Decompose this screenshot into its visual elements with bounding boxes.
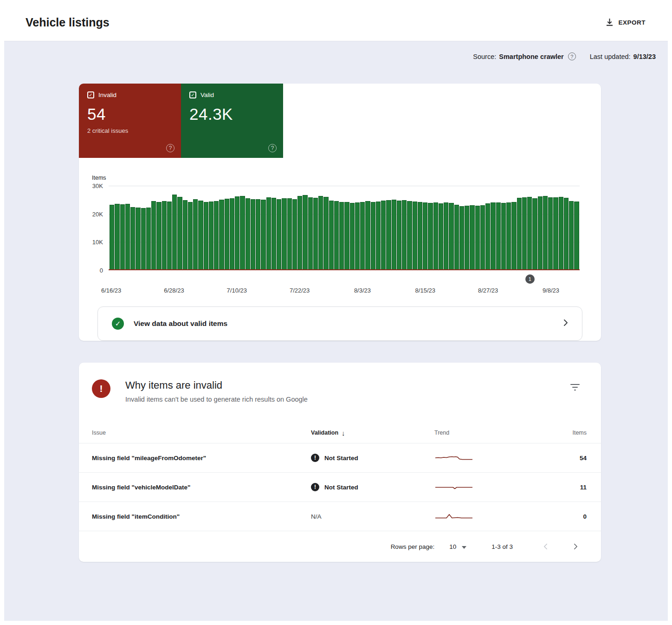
chart-bar[interactable] [433,202,438,270]
chart-bar[interactable] [329,201,334,270]
view-valid-items-button[interactable]: ✓ View data about valid items [97,306,582,341]
chart-bar[interactable] [120,204,125,270]
chart-bar[interactable] [496,202,501,270]
chart-bar[interactable] [235,196,239,270]
chart-bar[interactable] [402,200,407,270]
chart-bar[interactable] [454,205,459,270]
chart-bar[interactable] [418,202,422,270]
chart-bar[interactable] [146,208,151,270]
chart-bar[interactable] [365,201,370,270]
chart-annotation-marker[interactable]: 1 [525,274,535,284]
chart-bar[interactable] [271,198,276,270]
chart-bar[interactable] [574,202,579,270]
chart-bar[interactable] [167,202,172,270]
filter-icon[interactable] [568,381,582,396]
previous-page-button[interactable] [540,540,551,553]
chart-bar[interactable] [334,201,339,270]
chart-bar[interactable] [485,203,490,270]
chart-bar[interactable] [360,202,365,270]
chart-bar[interactable] [439,203,443,270]
chart-bar[interactable] [172,195,177,270]
chart-bar[interactable] [183,200,187,270]
chart-bar[interactable] [162,201,167,270]
invalid-checkbox[interactable]: ✓ [87,91,94,98]
chart-bar[interactable] [371,202,375,270]
chart-bar[interactable] [511,202,516,270]
valid-card[interactable]: ✓ Valid 24.3K ? [181,84,283,158]
invalid-help-icon[interactable]: ? [166,144,174,152]
header-validation-sort[interactable]: Validation ↓ [311,429,434,437]
chart-bar[interactable] [240,196,245,270]
chart-bar[interactable] [397,201,401,270]
chart-bar[interactable] [428,203,433,270]
chart-bar[interactable] [470,205,474,270]
chart-bar[interactable] [355,202,360,270]
issue-row-vehicleModelDate[interactable]: Missing field "vehicleModelDate" ! Not S… [79,472,601,501]
source-help-icon[interactable]: ? [568,52,576,60]
chart-bar[interactable] [313,198,318,270]
chart-bar[interactable] [303,195,307,270]
chart-bar[interactable] [177,197,182,270]
valid-help-icon[interactable]: ? [268,144,277,152]
chart-bar[interactable] [444,202,448,270]
chart-bar[interactable] [517,198,522,270]
chart-bar[interactable] [277,199,281,270]
chart-bar[interactable] [344,202,349,270]
chart-bar[interactable] [407,201,412,270]
chart-bar[interactable] [564,198,569,270]
chart-bar[interactable] [246,198,250,270]
chart-bar[interactable] [339,202,344,270]
chart-bar[interactable] [225,199,229,270]
chart-bar[interactable] [538,196,543,270]
chart-bar[interactable] [282,198,286,270]
chart-bar[interactable] [266,197,271,270]
chart-bar[interactable] [475,206,480,270]
chart-bar[interactable] [553,197,558,270]
chart-bar[interactable] [188,202,193,270]
chart-bar[interactable] [256,199,260,270]
chart-bar[interactable] [198,201,203,270]
chart-bar[interactable] [501,203,506,270]
chart-bar[interactable] [297,196,302,270]
chart-bar[interactable] [527,197,532,270]
chart-bar[interactable] [261,200,265,270]
chart-bar[interactable] [125,204,130,270]
chart-bar[interactable] [376,202,381,270]
chart-bar[interactable] [209,202,213,270]
chart-bar[interactable] [230,198,234,270]
chart-bar[interactable] [480,205,485,270]
chart-bar[interactable] [287,198,292,270]
chart-bar[interactable] [559,197,563,270]
chart-bar[interactable] [151,201,156,270]
export-button[interactable]: EXPORT [601,14,650,31]
chart-bar[interactable] [141,208,146,270]
chart-bar[interactable] [350,203,355,270]
chart-bar[interactable] [381,201,386,270]
invalid-card[interactable]: ✓ Invalid 54 2 critical issues ? [79,84,181,158]
chart-bar[interactable] [204,202,208,270]
rows-per-page-select[interactable]: 10 [449,543,466,550]
next-page-button[interactable] [570,540,582,553]
chart-bar[interactable] [548,197,553,270]
chart-bar[interactable] [136,208,140,270]
issue-row-mileageFromOdometer[interactable]: Missing field "mileageFromOdometer" ! No… [79,443,601,472]
chart-bar[interactable] [251,199,255,270]
chart-bar[interactable] [219,200,224,270]
chart-bar[interactable] [543,196,548,270]
chart-bar[interactable] [532,198,537,270]
chart-bar[interactable] [413,202,417,270]
chart-bar[interactable] [423,202,427,270]
chart-bar[interactable] [522,197,527,270]
chart-bar[interactable] [491,202,495,270]
chart-bar[interactable] [465,206,469,270]
chart-bar[interactable] [130,207,135,270]
chart-bar[interactable] [193,199,198,270]
chart-bar[interactable] [292,199,297,270]
chart-bar[interactable] [323,197,328,270]
chart-bar[interactable] [110,205,114,270]
issue-row-itemCondition[interactable]: Missing field "itemCondition" N/A 0 [79,501,601,531]
chart-bar[interactable] [156,202,161,270]
chart-bar[interactable] [214,201,219,270]
chart-bar[interactable] [459,206,464,270]
chart-bar[interactable] [392,200,396,270]
